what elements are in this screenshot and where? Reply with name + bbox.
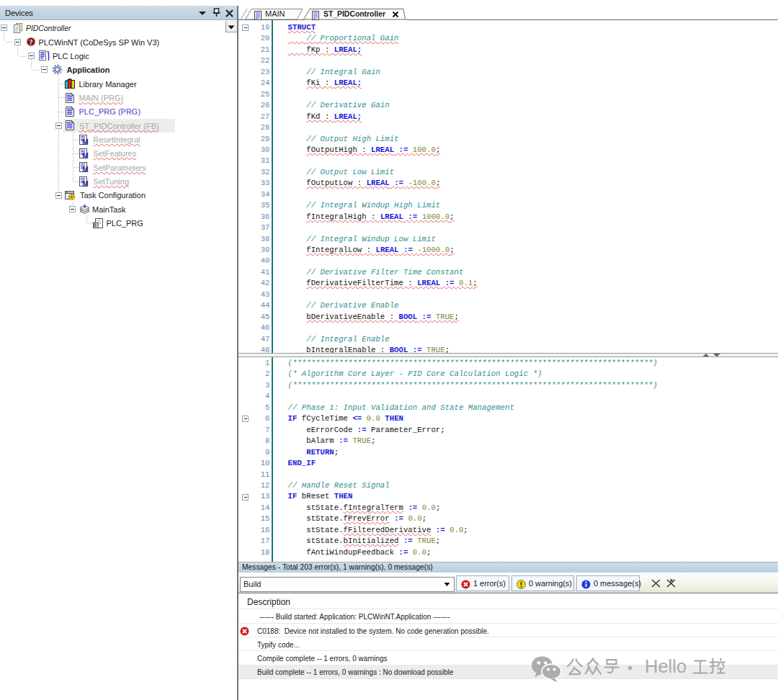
svg-text:M: M	[82, 166, 88, 173]
svg-text:M: M	[82, 151, 88, 158]
svg-text:M: M	[82, 179, 88, 187]
svg-text:M: M	[82, 138, 88, 145]
svg-text:?: ?	[30, 38, 33, 46]
